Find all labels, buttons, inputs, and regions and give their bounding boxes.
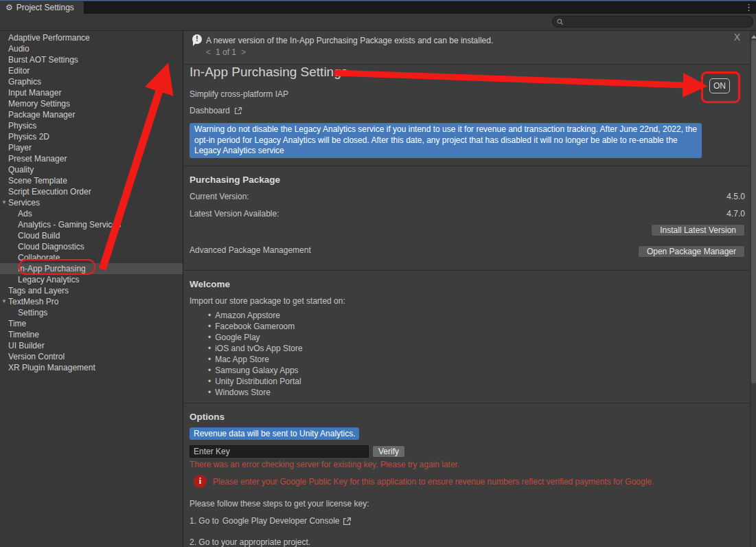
sidebar-item-physics-2d[interactable]: Physics 2D — [0, 131, 183, 142]
open-package-manager-button[interactable]: Open Package Manager — [638, 245, 745, 258]
bullet-icon: • — [208, 321, 211, 332]
sidebar-item-label: Legacy Analytics — [0, 274, 183, 285]
sidebar-item-label: UI Builder — [0, 340, 183, 351]
sidebar-item-analytics-gaming-services[interactable]: Analytics - Gaming Services — [0, 219, 183, 230]
sidebar-item-label: Player — [0, 142, 183, 153]
pager-next-icon[interactable]: > — [241, 47, 246, 57]
scrollbar-thumb[interactable] — [751, 40, 756, 383]
sidebar-item-scene-template[interactable]: Scene Template — [0, 175, 183, 186]
license-step-1: 1. Go to Google Play Developer Console — [190, 516, 352, 526]
store-list-item: •Google Play — [208, 332, 303, 343]
sidebar-item-ui-builder[interactable]: UI Builder — [0, 340, 183, 351]
dashboard-label: Dashboard — [190, 106, 230, 115]
bullet-icon: • — [208, 365, 211, 376]
sidebar-item-settings[interactable]: Settings — [0, 307, 183, 318]
verify-button[interactable]: Verify — [372, 445, 405, 458]
latest-version-label: Latest Version Available: — [190, 209, 279, 219]
search-icon — [557, 19, 564, 25]
sidebar-item-preset-manager[interactable]: Preset Manager — [0, 153, 183, 164]
sidebar-item-package-manager[interactable]: Package Manager — [0, 109, 183, 120]
sidebar-item-physics[interactable]: Physics — [0, 120, 183, 131]
license-key-input[interactable] — [190, 445, 369, 458]
bullet-icon: • — [208, 387, 211, 398]
bullet-icon: • — [208, 376, 211, 387]
kebab-menu-icon[interactable]: ⋮ — [744, 2, 753, 13]
store-list-item: •iOS and tvOs App Store — [208, 343, 303, 354]
search-box[interactable] — [552, 16, 753, 27]
sidebar-item-label: Adaptive Performance — [0, 32, 183, 43]
vertical-scrollbar[interactable] — [750, 31, 756, 547]
sidebar-item-label: Scene Template — [0, 175, 183, 186]
sidebar-item-label: Collaborate — [0, 252, 183, 263]
store-list-item: •Samsung Galaxy Apps — [208, 365, 303, 376]
google-play-console-link[interactable]: Google Play Developer Console — [222, 516, 340, 526]
sidebar-item-editor[interactable]: Editor — [0, 65, 183, 76]
page-title: In-App Purchasing Settings — [190, 65, 347, 80]
sidebar-item-textmesh-pro[interactable]: ▼TextMesh Pro — [0, 296, 183, 307]
sidebar-item-label: Physics 2D — [0, 131, 183, 142]
pager-prev-icon[interactable]: < — [206, 47, 211, 57]
project-settings-window: ⚙ Project Settings ⋮ Adaptive Performanc… — [0, 0, 756, 547]
dashboard-link[interactable]: Dashboard — [190, 106, 242, 115]
chevron-down-icon[interactable]: ▼ — [1, 296, 7, 307]
sidebar-item-label: Burst AOT Settings — [0, 54, 183, 65]
pager-count: 1 of 1 — [216, 47, 236, 57]
store-list-item: •Amazon Appstore — [208, 310, 303, 321]
bullet-icon: • — [208, 354, 211, 365]
service-toggle-on-button[interactable]: ON — [709, 78, 730, 93]
sidebar-item-label: Cloud Diagnostics — [0, 241, 183, 252]
sidebar-item-ads[interactable]: Ads — [0, 208, 183, 219]
banner-close-icon[interactable]: X — [734, 32, 740, 43]
license-steps-intro: Please follow these steps to get your li… — [190, 499, 369, 509]
toolbar — [0, 14, 756, 31]
sidebar-item-legacy-analytics[interactable]: Legacy Analytics — [0, 274, 183, 285]
sidebar-item-label: Time — [0, 318, 183, 329]
install-latest-version-button[interactable]: Install Latest Version — [651, 224, 745, 236]
store-list-item: •Mac App Store — [208, 354, 303, 365]
store-name: Mac App Store — [215, 354, 269, 365]
store-list-item: •Windows Store — [208, 387, 303, 398]
legacy-analytics-warning: Warning do not disable the Legacy Analyt… — [190, 123, 702, 158]
scroll-up-arrow-icon[interactable] — [751, 32, 756, 38]
error-info-icon: i — [194, 475, 207, 488]
sidebar-item-adaptive-performance[interactable]: Adaptive Performance — [0, 32, 183, 43]
sidebar-item-graphics[interactable]: Graphics — [0, 76, 183, 87]
settings-sidebar: Adaptive PerformanceAudioBurst AOT Setti… — [0, 31, 183, 547]
sidebar-item-player[interactable]: Player — [0, 142, 183, 153]
chevron-down-icon[interactable]: ▼ — [1, 197, 7, 208]
sidebar-item-audio[interactable]: Audio — [0, 43, 183, 54]
purchasing-package-heading: Purchasing Package — [190, 175, 280, 185]
notification-bubble-icon: ! — [192, 34, 202, 44]
sidebar-item-in-app-purchasing[interactable]: In-App Purchasing — [0, 263, 183, 274]
sidebar-item-time[interactable]: Time — [0, 318, 183, 329]
current-version-label: Current Version: — [190, 192, 249, 201]
welcome-heading: Welcome — [190, 279, 230, 289]
search-input[interactable] — [566, 18, 748, 26]
sidebar-item-quality[interactable]: Quality — [0, 164, 183, 175]
sidebar-item-xr-plugin-management[interactable]: XR Plugin Management — [0, 362, 183, 373]
sidebar-item-label: Ads — [0, 208, 183, 219]
notification-banner: ! A newer version of the In-App Purchasi… — [184, 31, 750, 65]
sidebar-item-input-manager[interactable]: Input Manager — [0, 87, 183, 98]
sidebar-item-timeline[interactable]: Timeline — [0, 329, 183, 340]
external-link-icon[interactable] — [343, 517, 352, 526]
sidebar-item-label: TextMesh Pro — [0, 296, 183, 307]
tab-strip: ⚙ Project Settings ⋮ — [0, 1, 756, 14]
sidebar-item-script-execution-order[interactable]: Script Execution Order — [0, 186, 183, 197]
analytics-revenue-note: Revenue data will be sent to Unity Analy… — [190, 427, 359, 440]
store-list-item: •Unity Distribution Portal — [208, 376, 303, 387]
store-name: Facebook Gameroom — [215, 321, 295, 332]
section-divider — [184, 270, 750, 271]
sidebar-item-burst-aot-settings[interactable]: Burst AOT Settings — [0, 54, 183, 65]
sidebar-item-tags-and-layers[interactable]: Tags and Layers — [0, 285, 183, 296]
sidebar-item-collaborate[interactable]: Collaborate — [0, 252, 183, 263]
sidebar-item-cloud-diagnostics[interactable]: Cloud Diagnostics — [0, 241, 183, 252]
sidebar-item-label: Cloud Build — [0, 230, 183, 241]
sidebar-item-cloud-build[interactable]: Cloud Build — [0, 230, 183, 241]
sidebar-item-services[interactable]: ▼Services — [0, 197, 183, 208]
tab-project-settings[interactable]: ⚙ Project Settings — [0, 1, 84, 14]
sidebar-item-label: Settings — [0, 307, 183, 318]
sidebar-item-memory-settings[interactable]: Memory Settings — [0, 98, 183, 109]
banner-message: A newer version of the In-App Purchasing… — [206, 36, 493, 45]
sidebar-item-version-control[interactable]: Version Control — [0, 351, 183, 362]
